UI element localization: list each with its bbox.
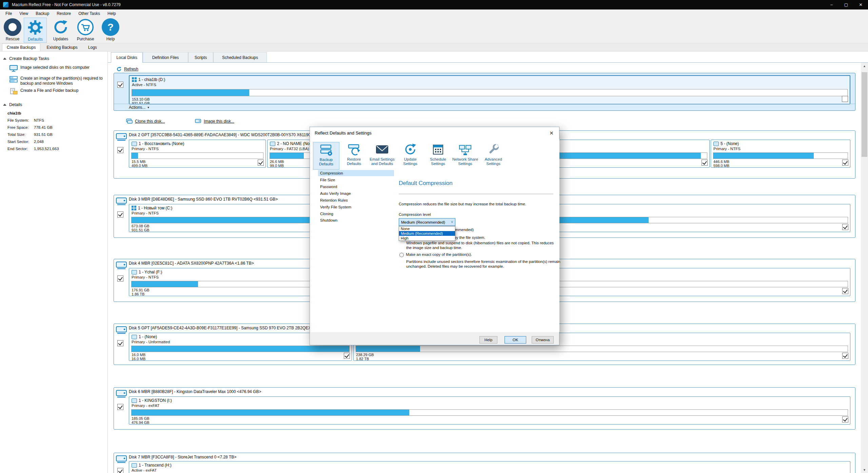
dialog-tab-restore-defaults[interactable]: Restore Defaults: [341, 142, 367, 170]
update-settings-icon: [403, 143, 417, 156]
partition-checkbox[interactable]: [258, 160, 264, 166]
tab-scheduled-backups[interactable]: Scheduled Backups: [213, 52, 267, 63]
close-icon[interactable]: ✕: [853, 0, 868, 9]
help-dialog-button[interactable]: Help: [479, 336, 497, 344]
tab-definition-files[interactable]: Definition Files: [143, 52, 188, 63]
minimize-icon[interactable]: –: [824, 0, 839, 9]
tab-create-backups[interactable]: Create Backups: [2, 43, 40, 51]
scroll-down-icon[interactable]: ▼: [861, 467, 868, 473]
disk-header: Disk 7 MBR [F3CCA8F8] - StoreJet Transce…: [129, 455, 236, 459]
disk-checkbox[interactable]: [117, 211, 123, 218]
partition-checkbox[interactable]: [842, 288, 848, 294]
tasks-section-header[interactable]: Create Backup Tasks: [3, 56, 49, 61]
defaults-button[interactable]: Defaults: [24, 18, 47, 43]
disk-drive-icon: [116, 326, 127, 336]
rescue-button[interactable]: Rescue: [3, 18, 22, 43]
compression-level-combobox[interactable]: Medium (Recommended) ˅: [399, 218, 455, 226]
cancel-button[interactable]: Отмена: [532, 336, 554, 344]
dialog-close-icon[interactable]: ✕: [544, 127, 559, 139]
scroll-up-icon[interactable]: ▲: [861, 63, 868, 69]
partition-box[interactable]: 1 - Восстановить (None) Primary - NTFS 1…: [129, 140, 266, 168]
partition-checkbox[interactable]: [702, 160, 708, 166]
disk-checkbox[interactable]: [117, 275, 123, 282]
actions-dropdown[interactable]: Actions... ▾: [114, 104, 855, 110]
dialog-tab-network-share-settings[interactable]: Network Share Settings: [452, 142, 478, 170]
partition-box[interactable]: 1 - KINGSTON (I:) Primary - exFAT 185.05…: [129, 396, 850, 425]
dialog-tab-schedule-settings[interactable]: Schedule Settings: [425, 142, 451, 170]
disk-checkbox[interactable]: [117, 82, 123, 88]
partition-usage-bar: [713, 152, 848, 159]
compression-level-listbox: None Medium (Recommended) High: [399, 226, 455, 241]
partition-checkbox[interactable]: [842, 416, 848, 423]
menu-other-tasks[interactable]: Other Tasks: [75, 10, 104, 17]
tab-existing-backups[interactable]: Existing Backups: [42, 43, 82, 51]
partition-box[interactable]: 1 - chia1tb (D:) Active - NTFS 153.10 GB…: [129, 75, 850, 104]
menu-file[interactable]: File: [2, 10, 16, 17]
scrollbar-thumb[interactable]: [862, 72, 867, 157]
menu-backup[interactable]: Backup: [32, 10, 53, 17]
disk-header: Disk 3 MBR [D8E48D6E] - Samsung SSD 860 …: [129, 197, 278, 202]
dialog-tab-email-settings[interactable]: Email Settings and Defaults: [369, 142, 395, 170]
details-section-header[interactable]: Details: [3, 102, 22, 107]
partition-box[interactable]: 1 - Transcend (H:) Active - exFAT: [129, 461, 850, 473]
nav-compression[interactable]: Compression: [318, 170, 394, 176]
disk-checkbox[interactable]: [117, 147, 123, 153]
rescue-lifebuoy-icon: [4, 18, 21, 36]
nav-password[interactable]: Password: [318, 184, 394, 190]
option-none[interactable]: None: [399, 226, 455, 231]
task-image-windows-partitions[interactable]: Create an image of the partition(s) requ…: [9, 76, 105, 86]
disk-row[interactable]: 1 - chia1tb (D:) Active - NTFS 153.10 GB…: [114, 73, 855, 111]
disk-checkbox[interactable]: [117, 404, 123, 410]
menu-restore[interactable]: Restore: [53, 10, 75, 17]
purchase-button[interactable]: Purchase: [74, 18, 97, 43]
partition-checkbox[interactable]: [842, 96, 848, 102]
task-image-selected-disks[interactable]: Image selected disks on this computer: [9, 65, 105, 72]
partition-icon: [132, 398, 137, 403]
partition-checkbox[interactable]: [344, 353, 350, 359]
tab-local-disks[interactable]: Local Disks: [111, 52, 143, 63]
details-volume-name: chia1tb: [7, 111, 21, 115]
disk-drive-icon: [116, 261, 127, 271]
disk-checkbox[interactable]: [117, 340, 123, 346]
partition-usage-bar: [131, 409, 848, 416]
nav-verify-file-system[interactable]: Verify File System: [318, 204, 394, 210]
partitions-icon: [9, 76, 18, 83]
maximize-icon[interactable]: ▢: [839, 0, 853, 9]
nav-shutdown[interactable]: Shutdown: [318, 217, 394, 223]
vertical-scrollbar[interactable]: ▲ ▼: [861, 63, 868, 473]
nav-cloning[interactable]: Cloning: [318, 211, 394, 217]
nav-file-size[interactable]: File Size: [318, 177, 394, 183]
disk-row[interactable]: Disk 6 MBR [B880B28F] - Kingston DataTra…: [114, 387, 855, 430]
menu-help[interactable]: Help: [104, 10, 120, 17]
image-disk-link[interactable]: Image this disk...: [195, 119, 234, 124]
updates-button[interactable]: Updates: [50, 18, 72, 43]
dialog-title: Reflect Defaults and Settings: [310, 127, 559, 139]
option-medium[interactable]: Medium (Recommended): [399, 231, 455, 236]
refresh-link[interactable]: Refresh: [116, 66, 138, 72]
partition-box[interactable]: 5 - (None) Primary - NTFS 446.6 MB598.0 …: [711, 140, 850, 168]
menu-view[interactable]: View: [16, 10, 32, 17]
title-bar: Macrium Reflect Free - Not For Commercia…: [0, 0, 868, 9]
partition-checkbox[interactable]: [842, 353, 848, 359]
dialog-tab-advanced-settings[interactable]: Advanced Settings: [480, 142, 507, 170]
partition-usage-bar: [131, 346, 350, 352]
ok-button[interactable]: OK: [505, 336, 526, 344]
disk-row[interactable]: Disk 7 MBR [F3CCA8F8] - StoreJet Transce…: [114, 453, 855, 473]
nav-auto-verify-image[interactable]: Auto Verify Image: [318, 190, 394, 197]
clone-disk-icon: [126, 119, 133, 124]
nav-retention-rules[interactable]: Retention Rules: [318, 197, 394, 203]
cart-icon: [77, 18, 94, 36]
task-file-folder-backup[interactable]: Create a File and Folder backup: [9, 88, 105, 95]
clone-disk-link[interactable]: Clone this disk...: [126, 119, 165, 124]
option-high[interactable]: High: [399, 236, 455, 241]
help-button[interactable]: ? Help: [100, 18, 121, 43]
partition-checkbox[interactable]: [842, 160, 848, 166]
partition-checkbox[interactable]: [842, 224, 848, 230]
refresh-icon: [116, 66, 122, 72]
disk-checkbox[interactable]: [117, 468, 123, 473]
tab-scripts[interactable]: Scripts: [188, 52, 213, 63]
tab-logs[interactable]: Logs: [84, 43, 101, 51]
dialog-tab-update-settings[interactable]: Update Settings: [397, 142, 423, 170]
dialog-tab-backup-defaults[interactable]: Backup Defaults: [313, 142, 339, 170]
exact-copy-radio[interactable]: [399, 253, 404, 257]
